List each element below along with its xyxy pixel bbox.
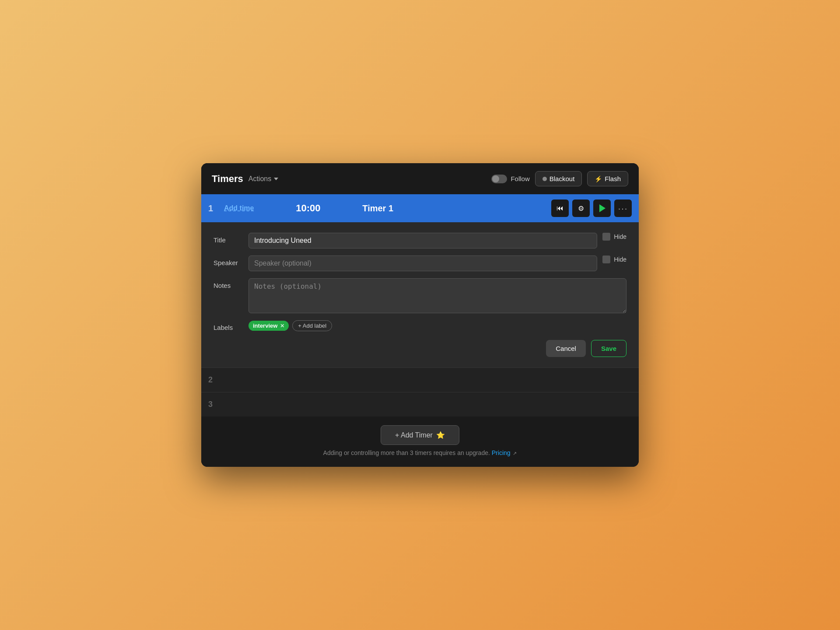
speaker-input[interactable] [248, 256, 597, 271]
save-button[interactable]: Save [591, 340, 626, 357]
skip-back-icon: ⏮ [556, 204, 564, 212]
timer-1-time: 10:00 [261, 203, 355, 214]
label-remove-icon[interactable]: ✕ [280, 323, 284, 329]
header-right: Follow Blackout ⚡ Flash [491, 171, 628, 186]
play-button[interactable] [593, 200, 611, 217]
timer-2-number: 2 [208, 375, 220, 385]
timer-1-controls: ⏮ ⚙ ··· [551, 200, 632, 217]
notes-form-row: Notes [214, 278, 626, 313]
footer: + Add Timer ⭐ Adding or controlling more… [201, 416, 639, 467]
more-options-button[interactable]: ··· [614, 200, 632, 217]
settings-button[interactable]: ⚙ [572, 200, 590, 217]
speaker-label: Speaker [214, 256, 248, 266]
pricing-link[interactable]: Pricing [492, 449, 511, 456]
title-hide-checkbox[interactable] [602, 233, 610, 241]
chevron-down-icon [274, 178, 278, 180]
timer-3-number: 3 [208, 400, 220, 409]
label-tag-interview: interview ✕ [248, 321, 289, 331]
timer-row-3: 3 [201, 392, 639, 416]
gear-icon: ⚙ [578, 204, 584, 213]
actions-label: Actions [248, 175, 271, 183]
speaker-form-row: Speaker Hide [214, 256, 626, 271]
title-hide-row: Hide [602, 233, 626, 241]
external-link-icon: ↗ [513, 451, 517, 456]
notes-label: Notes [214, 278, 248, 289]
add-timer-button[interactable]: + Add Timer ⭐ [381, 425, 459, 445]
follow-toggle-thumb [492, 175, 499, 182]
add-label-button[interactable]: + Add label [292, 320, 332, 331]
star-icon: ⭐ [436, 431, 445, 439]
title-hide-label: Hide [614, 233, 626, 240]
speaker-hide-row: Hide [602, 256, 626, 263]
title-form-row: Title Hide [214, 233, 626, 248]
follow-toggle-track[interactable] [491, 175, 507, 183]
follow-toggle[interactable]: Follow [491, 175, 529, 183]
header-left: Timers Actions [212, 173, 281, 185]
timer-row-2: 2 [201, 368, 639, 392]
form-actions: Cancel Save [214, 340, 626, 357]
timer-row-1: 1 Add time 10:00 Timer 1 ⏮ ⚙ ··· [201, 194, 639, 222]
labels-label: Labels [214, 320, 248, 331]
flash-button[interactable]: ⚡ Flash [587, 171, 628, 186]
title-input[interactable] [248, 233, 597, 248]
blackout-dot-icon [542, 177, 547, 181]
flash-label: Flash [605, 175, 621, 182]
page-title: Timers [212, 173, 243, 185]
labels-container: interview ✕ + Add label [248, 320, 332, 331]
label-tag-text: interview [253, 322, 277, 329]
timer-1-name: Timer 1 [362, 203, 551, 214]
speaker-hide-checkbox[interactable] [602, 256, 610, 263]
skip-back-button[interactable]: ⏮ [551, 200, 569, 217]
cancel-button[interactable]: Cancel [546, 340, 586, 357]
flash-icon: ⚡ [595, 175, 602, 182]
notes-input[interactable] [248, 278, 626, 313]
blackout-button[interactable]: Blackout [535, 171, 582, 186]
header: Timers Actions Follow Blackout ⚡ Flash [201, 163, 639, 194]
labels-form-row: Labels interview ✕ + Add label [214, 320, 626, 331]
edit-panel: Title Hide Speaker Hide Notes Labels [201, 222, 639, 368]
blackout-label: Blackout [550, 175, 575, 182]
title-label: Title [214, 233, 248, 244]
actions-dropdown-button[interactable]: Actions [246, 173, 281, 185]
speaker-hide-label: Hide [614, 256, 626, 263]
upgrade-text: Adding or controlling more than 3 timers… [323, 449, 517, 456]
timer-1-number: 1 [208, 203, 220, 214]
play-icon [599, 204, 606, 212]
timer-1-add-time[interactable]: Add time [224, 204, 254, 212]
app-window: Timers Actions Follow Blackout ⚡ Flash [201, 163, 639, 467]
follow-label: Follow [511, 175, 529, 182]
add-timer-label: + Add Timer [395, 431, 433, 439]
more-dots-icon: ··· [618, 203, 628, 214]
